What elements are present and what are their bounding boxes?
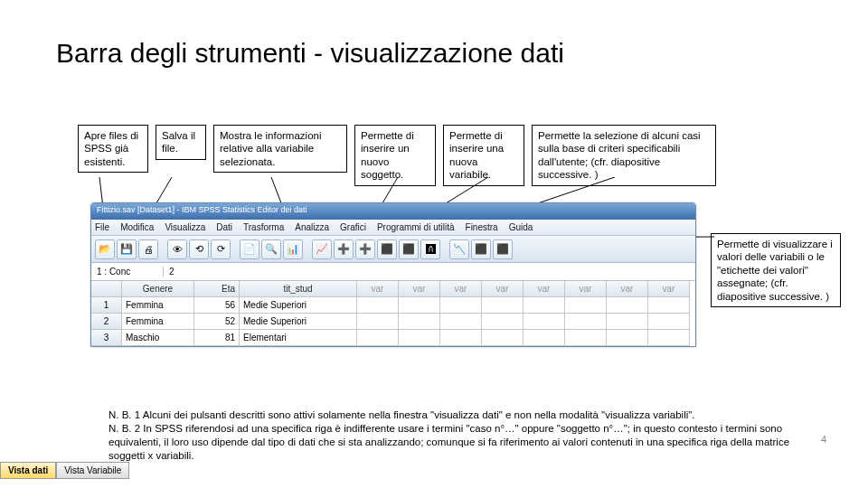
view-tabs: Vista dati Vista Variabile — [0, 462, 129, 479]
callout-insert-var: Permette di inserire una nuova variabile… — [443, 125, 524, 186]
goto-var-button[interactable]: 🔍 — [261, 239, 281, 259]
cell[interactable] — [399, 297, 440, 314]
cell[interactable] — [648, 314, 690, 330]
spss-menubar: File Modifica Visualizza Dati Trasforma … — [91, 220, 695, 236]
cell[interactable] — [648, 330, 690, 346]
separator — [305, 239, 310, 259]
cell[interactable]: Femmina — [122, 297, 194, 314]
row-num[interactable]: 2 — [91, 314, 122, 330]
tab-variable-view[interactable]: Vista Variabile — [56, 462, 129, 479]
callout-value-labels: Permette di visualizzare i valori delle … — [711, 233, 841, 307]
menu-edit[interactable]: Modifica — [120, 222, 154, 232]
cell[interactable] — [440, 314, 482, 330]
table-row[interactable]: 2 Femmina 52 Medie Superiori — [91, 314, 695, 330]
menu-file[interactable]: File — [95, 222, 109, 232]
row-num[interactable]: 3 — [91, 330, 122, 346]
tab-data-view[interactable]: Vista dati — [0, 462, 56, 479]
data-grid[interactable]: Genere Eta tit_stud var var var var var … — [91, 281, 695, 346]
cell[interactable] — [565, 330, 607, 346]
menu-transform[interactable]: Trasforma — [243, 222, 284, 232]
cell[interactable] — [524, 330, 565, 346]
cell[interactable]: Maschio — [122, 330, 194, 346]
recall-button[interactable]: 👁 — [167, 239, 187, 259]
weight-button[interactable]: ⬛ — [399, 239, 419, 259]
menu-view[interactable]: Visualizza — [165, 222, 205, 232]
menu-utilities[interactable]: Programmi di utilità — [377, 222, 455, 232]
cell[interactable]: Femmina — [122, 314, 194, 330]
grid-header: Genere Eta tit_stud var var var var var … — [91, 281, 695, 297]
cell[interactable] — [399, 314, 440, 330]
value-labels-button[interactable]: 📉 — [449, 239, 469, 259]
split-button[interactable]: ⬛ — [377, 239, 397, 259]
cell[interactable]: 52 — [194, 314, 240, 330]
header-var[interactable]: var — [399, 281, 440, 297]
callout-open: Apre files di SPSS già esistenti. — [78, 125, 148, 173]
cell[interactable] — [524, 314, 565, 330]
save-button[interactable]: 💾 — [117, 239, 137, 259]
cell[interactable] — [357, 297, 399, 314]
header-var[interactable]: var — [648, 281, 690, 297]
cell[interactable] — [565, 314, 607, 330]
header-var[interactable]: var — [440, 281, 482, 297]
separator — [160, 239, 165, 259]
cell[interactable] — [357, 314, 399, 330]
cell[interactable] — [607, 297, 648, 314]
page-title: Barra degli strumenti - visualizzazione … — [56, 38, 564, 69]
cell[interactable]: 81 — [194, 330, 240, 346]
header-eta[interactable]: Eta — [194, 281, 240, 297]
spss-titlebar: Fittizio.sav [Dataset1] - IBM SPSS Stati… — [91, 203, 695, 220]
select-cases-button[interactable]: 🅰 — [420, 239, 440, 259]
cell[interactable] — [648, 297, 690, 314]
print-button[interactable]: 🖨 — [138, 239, 158, 259]
cell[interactable] — [607, 330, 648, 346]
header-titstud[interactable]: tit_stud — [240, 281, 357, 297]
cell[interactable] — [482, 314, 524, 330]
cell[interactable]: 56 — [194, 297, 240, 314]
separator — [442, 239, 448, 259]
header-var[interactable]: var — [607, 281, 648, 297]
table-row[interactable]: 3 Maschio 81 Elementari — [91, 330, 695, 346]
callout-save: Salva il file. — [156, 125, 206, 160]
undo-button[interactable]: ⟲ — [189, 239, 209, 259]
footnotes: N. B. 1 Alcuni dei pulsanti descritti so… — [108, 408, 814, 463]
corner-cell — [91, 281, 122, 297]
cell-value[interactable]: 2 — [164, 267, 695, 277]
cell[interactable] — [357, 330, 399, 346]
show-all-button[interactable]: ⬛ — [493, 239, 513, 259]
open-button[interactable]: 📂 — [95, 239, 115, 259]
cell[interactable] — [399, 330, 440, 346]
cell[interactable] — [482, 297, 524, 314]
separator — [232, 239, 238, 259]
menu-data[interactable]: Dati — [216, 222, 232, 232]
spss-cell-indicator: 1 : Conc 2 — [91, 263, 695, 281]
cell[interactable] — [482, 330, 524, 346]
row-num[interactable]: 1 — [91, 297, 122, 314]
header-genere[interactable]: Genere — [122, 281, 194, 297]
header-var[interactable]: var — [524, 281, 565, 297]
use-sets-button[interactable]: ⬛ — [471, 239, 491, 259]
table-row[interactable]: 1 Femmina 56 Medie Superiori — [91, 297, 695, 314]
note-1: N. B. 1 Alcuni dei pulsanti descritti so… — [108, 408, 814, 422]
cell[interactable]: Medie Superiori — [240, 297, 357, 314]
cell[interactable] — [440, 297, 482, 314]
menu-window[interactable]: Finestra — [466, 222, 498, 232]
cell[interactable] — [524, 297, 565, 314]
header-var[interactable]: var — [357, 281, 399, 297]
cell[interactable] — [440, 330, 482, 346]
goto-case-button[interactable]: 📄 — [240, 239, 259, 259]
insert-var-button[interactable]: ➕ — [355, 239, 375, 259]
varinfo-button[interactable]: 📊 — [283, 239, 303, 259]
cell[interactable] — [607, 314, 648, 330]
cell[interactable]: Elementari — [240, 330, 357, 346]
header-var[interactable]: var — [482, 281, 524, 297]
cell[interactable] — [565, 297, 607, 314]
menu-graphs[interactable]: Grafici — [340, 222, 366, 232]
find-button[interactable]: 📈 — [312, 239, 332, 259]
header-var[interactable]: var — [565, 281, 607, 297]
insert-case-button[interactable]: ➕ — [334, 239, 354, 259]
redo-button[interactable]: ⟳ — [211, 239, 231, 259]
cell[interactable]: Medie Superiori — [240, 314, 357, 330]
menu-help[interactable]: Guida — [509, 222, 533, 232]
menu-analyze[interactable]: Analizza — [295, 222, 329, 232]
spss-toolbar: 📂 💾 🖨 👁 ⟲ ⟳ 📄 🔍 📊 📈 ➕ ➕ ⬛ ⬛ 🅰 📉 ⬛ ⬛ — [91, 236, 695, 263]
